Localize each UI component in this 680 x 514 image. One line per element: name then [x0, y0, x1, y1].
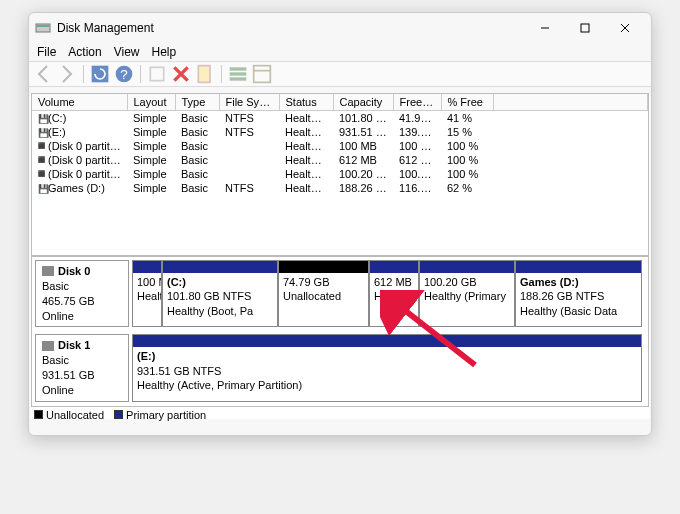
svg-rect-1 [37, 25, 49, 27]
svg-rect-10 [198, 66, 210, 83]
col-pctfree[interactable]: % Free [441, 94, 493, 111]
toolbar: ? [29, 61, 651, 87]
partition[interactable]: 100.20 GBHealthy (Primary [419, 260, 515, 327]
maximize-button[interactable] [565, 14, 605, 42]
refresh-icon[interactable] [90, 64, 110, 84]
col-volume[interactable]: Volume [32, 94, 127, 111]
legend-primary: Primary partition [126, 409, 206, 421]
svg-rect-14 [254, 66, 271, 83]
app-icon [35, 20, 51, 36]
partition[interactable]: 100 MHealt [132, 260, 162, 327]
minimize-button[interactable] [525, 14, 565, 42]
svg-rect-3 [581, 24, 589, 32]
delete-icon[interactable] [171, 64, 191, 84]
table-row[interactable]: Games (D:)SimpleBasicNTFSHealthy ...188.… [32, 181, 648, 195]
menu-action[interactable]: Action [68, 45, 101, 59]
disk-header[interactable]: Disk 1Basic931.51 GBOnline [35, 334, 129, 401]
table-row[interactable]: (Disk 0 partitio...SimpleBasicHealthy ..… [32, 167, 648, 181]
col-freespace[interactable]: Free S... [393, 94, 441, 111]
menu-bar: File Action View Help [29, 43, 651, 61]
back-icon [33, 64, 53, 84]
list-icon[interactable] [228, 64, 248, 84]
disk-map: Disk 0Basic465.75 GBOnline100 MHealt(C:)… [31, 256, 649, 407]
svg-rect-12 [230, 72, 247, 75]
table-row[interactable]: (E:)SimpleBasicNTFSHealthy ...931.51 GB1… [32, 125, 648, 139]
disk-row: Disk 1Basic931.51 GBOnline(E:)931.51 GB … [32, 331, 648, 405]
col-blank[interactable] [493, 94, 648, 111]
svg-rect-13 [230, 77, 247, 80]
partition[interactable]: 612 MBHealthy [369, 260, 419, 327]
close-button[interactable] [605, 14, 645, 42]
menu-view[interactable]: View [114, 45, 140, 59]
svg-rect-6 [92, 66, 109, 83]
legend: Unallocated Primary partition [30, 407, 650, 423]
forward-icon [57, 64, 77, 84]
col-status[interactable]: Status [279, 94, 333, 111]
partition[interactable]: (E:)931.51 GB NTFSHealthy (Active, Prima… [132, 334, 642, 401]
disk-management-window: Disk Management File Action View Help ? [28, 12, 652, 436]
legend-unallocated: Unallocated [46, 409, 104, 421]
scan-icon [147, 64, 167, 84]
table-row[interactable]: (Disk 0 partitio...SimpleBasicHealthy ..… [32, 139, 648, 153]
table-row[interactable]: (C:)SimpleBasicNTFSHealthy ...101.80 GB4… [32, 111, 648, 126]
partition[interactable]: 74.79 GBUnallocated [278, 260, 369, 327]
disk-row: Disk 0Basic465.75 GBOnline100 MHealt(C:)… [32, 257, 648, 331]
menu-help[interactable]: Help [152, 45, 177, 59]
partition[interactable]: Games (D:)188.26 GB NTFSHealthy (Basic D… [515, 260, 642, 327]
col-layout[interactable]: Layout [127, 94, 175, 111]
properties-icon[interactable] [195, 64, 215, 84]
svg-text:?: ? [120, 67, 127, 82]
col-filesystem[interactable]: File System [219, 94, 279, 111]
col-capacity[interactable]: Capacity [333, 94, 393, 111]
help-icon[interactable]: ? [114, 64, 134, 84]
title-bar[interactable]: Disk Management [29, 13, 651, 43]
details-icon[interactable] [252, 64, 272, 84]
svg-rect-9 [150, 67, 163, 80]
disk-header[interactable]: Disk 0Basic465.75 GBOnline [35, 260, 129, 327]
content-area: Volume Layout Type File System Status Ca… [30, 93, 650, 419]
svg-rect-11 [230, 67, 247, 70]
volume-table[interactable]: Volume Layout Type File System Status Ca… [31, 93, 649, 256]
window-title: Disk Management [57, 21, 154, 35]
partition[interactable]: (C:)101.80 GB NTFSHealthy (Boot, Pa [162, 260, 278, 327]
table-row[interactable]: (Disk 0 partitio...SimpleBasicHealthy ..… [32, 153, 648, 167]
menu-file[interactable]: File [37, 45, 56, 59]
col-type[interactable]: Type [175, 94, 219, 111]
